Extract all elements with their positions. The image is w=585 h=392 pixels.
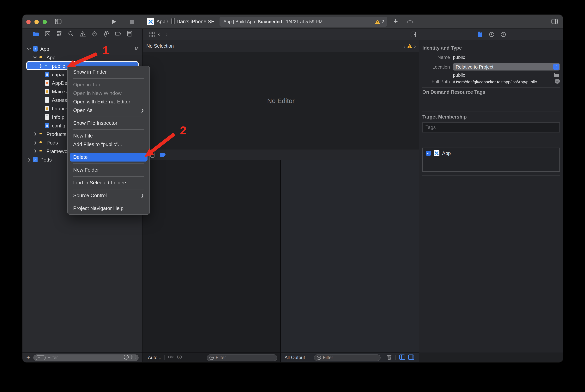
target-name: App [442, 150, 451, 156]
console-filter-input[interactable] [323, 355, 378, 360]
navigator-filter-field[interactable]: ⌄ [33, 354, 139, 361]
source-control-navigator-tab-icon[interactable] [44, 30, 51, 38]
name-value[interactable]: public [453, 54, 465, 60]
back-chevron-icon[interactable]: ‹ [158, 31, 160, 37]
menu-item-project-navigator-help[interactable]: Project Navigator Help [68, 204, 149, 213]
editor-inspector-divider[interactable] [419, 29, 419, 362]
run-destination[interactable]: Dan's iPhone SE [176, 18, 214, 24]
toggle-variables-pane-icon[interactable] [399, 354, 405, 361]
file-inspector-panel: Identity and Type Name public Location R… [419, 40, 563, 352]
menu-separator [68, 162, 149, 166]
tree-row-app-folder[interactable]: ❯ App [22, 53, 142, 62]
toggle-console-pane-icon[interactable] [408, 354, 414, 361]
library-add-icon[interactable]: + [393, 17, 398, 26]
chevron-right-icon[interactable]: ❯ [33, 140, 37, 144]
toggle-left-sidebar-icon[interactable] [55, 18, 61, 24]
quick-help-inspector-tab-icon[interactable]: ? [501, 32, 506, 39]
screenshot-stage: App 〉 Dan's iPhone SE App | Build App: S… [0, 0, 585, 392]
menu-item-find-in-selected-folders[interactable]: Find in Selected Folders… [68, 178, 149, 187]
report-navigator-tab-list-icon[interactable] [127, 30, 132, 38]
chevron-right-icon[interactable]: ❯ [33, 149, 37, 153]
activity-status[interactable]: App | Build App: Succeeded | 1/4/21 at 5… [219, 17, 387, 27]
zoom-button[interactable] [42, 20, 47, 24]
menu-item-delete[interactable]: Delete [70, 153, 147, 162]
related-items-grid-icon[interactable] [149, 32, 155, 39]
jump-bar-selection[interactable]: No Selection [146, 44, 174, 49]
previous-issue-chevron-icon[interactable]: ‹ [404, 43, 405, 49]
xcode-window: App 〉 Dan's iPhone SE App | Build App: S… [22, 15, 563, 362]
chevron-right-icon[interactable]: ❯ [33, 132, 37, 136]
chevron-right-icon[interactable]: ❯ [39, 64, 42, 68]
variables-filter-field[interactable] [207, 354, 277, 361]
breakpoints-toggle-icon[interactable] [160, 152, 166, 157]
section-title: Identity and Type [422, 45, 462, 51]
close-button[interactable] [26, 20, 30, 24]
menu-item-new-folder[interactable]: New Folder [68, 166, 149, 174]
symbol-navigator-tab-icon[interactable] [56, 30, 62, 38]
tags-input[interactable] [422, 122, 560, 132]
console-filter-field[interactable] [314, 354, 380, 361]
project-navigator-tab-folder-icon[interactable] [32, 31, 39, 38]
stop-button[interactable] [130, 20, 134, 24]
toggle-right-sidebar-icon[interactable] [551, 18, 558, 24]
file-inspector-tab-icon[interactable] [478, 32, 482, 39]
debug-view-icon[interactable] [150, 152, 154, 158]
target-row-app[interactable]: ✓ App [423, 148, 560, 158]
variables-filter-input[interactable] [216, 355, 274, 360]
find-navigator-tab-search-icon[interactable] [68, 30, 74, 38]
menu-separator [68, 128, 149, 132]
eye-icon[interactable] [167, 355, 174, 360]
console-scope-select[interactable]: All Output [285, 355, 305, 360]
tree-item-label: Pods [46, 140, 58, 146]
run-button[interactable] [111, 19, 116, 24]
clear-console-trash-icon[interactable] [387, 354, 392, 361]
plist-file-icon [45, 114, 49, 120]
chevron-right-icon[interactable]: ❯ [27, 158, 31, 162]
location-folder-value: public [453, 72, 465, 78]
tree-row-app-project[interactable]: ❯ A App M [22, 44, 142, 53]
menu-item-open-with-external-editor[interactable]: Open with External Editor [68, 98, 149, 106]
test-navigator-tab-icon[interactable] [91, 30, 97, 38]
minimize-button[interactable] [34, 20, 39, 24]
menu-item-source-control[interactable]: Source Control❯ [68, 191, 149, 200]
chevron-down-icon[interactable]: ❯ [33, 56, 37, 59]
recent-files-clock-icon[interactable] [123, 354, 129, 361]
swift-file-icon [45, 80, 49, 86]
debug-panes-divider[interactable] [280, 160, 281, 362]
open-path-arrow-icon[interactable]: → [555, 79, 560, 84]
menu-item-new-file[interactable]: New File [68, 132, 149, 140]
next-issue-chevron-icon[interactable]: › [414, 43, 416, 49]
menu-item-add-files[interactable]: Add Files to “public”… [68, 140, 149, 149]
status-text-result: Succeeded [258, 19, 282, 24]
console-view [281, 160, 419, 352]
chevron-down-icon[interactable]: ❯ [27, 47, 31, 51]
scheme-name[interactable]: App [156, 18, 165, 24]
app-target-checkbox[interactable]: ✓ [426, 151, 431, 156]
menu-item-show-file-inspector[interactable]: Show File Inspector [68, 119, 149, 128]
variables-scope-select[interactable]: Auto [148, 355, 157, 360]
chevron-down-icon: ⌄ [41, 356, 44, 359]
tree-item-label: Pods [40, 157, 52, 162]
debug-navigator-tab-spray-icon[interactable] [103, 30, 109, 38]
add-editor-icon[interactable] [410, 32, 416, 39]
navigator-filter-input[interactable] [48, 355, 121, 360]
menu-item-open-as[interactable]: Open As❯ [68, 106, 149, 115]
add-item-plus-icon[interactable]: + [26, 354, 30, 362]
choose-folder-icon[interactable] [553, 72, 559, 79]
menu-separator [68, 187, 149, 191]
breakpoint-navigator-tab-tag-icon[interactable] [115, 31, 121, 38]
forward-chevron-icon[interactable]: › [166, 31, 167, 37]
issue-navigator-tab-warning-icon[interactable] [79, 31, 86, 38]
menu-item-show-in-finder[interactable]: Show in Finder [68, 68, 149, 76]
location-select[interactable]: Relative to Project ⌃⌄ [453, 63, 560, 70]
scm-changes-filter-icon[interactable] [131, 354, 136, 360]
warning-icon[interactable]: ! [375, 20, 380, 24]
version-editor-icon[interactable] [406, 18, 414, 24]
history-inspector-tab-clock-icon[interactable] [489, 32, 494, 39]
info-icon[interactable]: i [177, 354, 182, 360]
warning-icon[interactable]: ! [407, 44, 412, 48]
project-file-icon: A [33, 157, 37, 162]
filter-icon [37, 356, 41, 359]
navigator-tab-bar [22, 29, 142, 40]
name-label: Name [419, 54, 450, 60]
